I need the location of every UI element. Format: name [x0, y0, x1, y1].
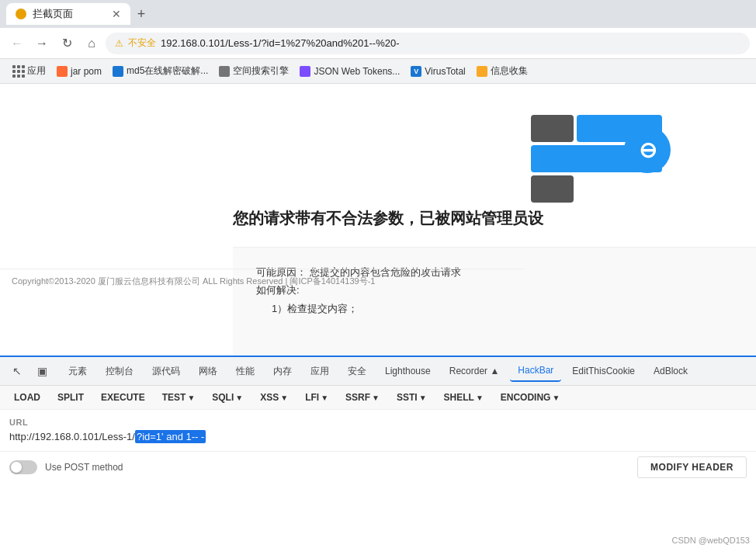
- devtools-tab-lighthouse[interactable]: Lighthouse: [377, 361, 439, 381]
- devtools-bar: ↖ ▣ 元素 控制台 源代码 网络 性能 内存 应用 安全 Lighthouse…: [0, 356, 756, 385]
- url-highlighted-part: ?id=1' and 1-- -: [135, 430, 206, 443]
- bookmark-space-search[interactable]: 空间搜索引擎: [214, 63, 293, 79]
- tab-title: 拦截页面: [33, 7, 73, 21]
- tab-favicon: [16, 9, 26, 19]
- devtools-tab-adblock[interactable]: AdBlock: [646, 361, 695, 381]
- chrome-title-bar: 拦截页面 ✕ +: [0, 0, 756, 28]
- home-button[interactable]: ⌂: [81, 33, 102, 54]
- address-bar[interactable]: ⚠ 不安全 192.168.0.101/Less-1/?id=1%27%20an…: [106, 33, 750, 54]
- post-method-toggle[interactable]: [9, 460, 37, 474]
- url-plain-part: http://192.168.0.101/Less-1/: [9, 431, 135, 442]
- error-message-box: 可能原因： 您提交的内容包含危险的攻击请求 如何解决: 1）检查提交内容；: [233, 247, 756, 356]
- bookmark-jar-pom[interactable]: jar pom: [52, 64, 106, 78]
- bookmark-label: md5在线解密破解...: [127, 64, 208, 78]
- watermark-text: CSDN @webQD153: [672, 536, 750, 545]
- forward-button[interactable]: →: [31, 33, 53, 54]
- bookmark-label: jar pom: [71, 66, 102, 77]
- apps-button[interactable]: 应用: [8, 63, 50, 79]
- tab-area: 拦截页面 ✕ +: [6, 3, 750, 25]
- active-tab[interactable]: 拦截页面 ✕: [6, 3, 130, 25]
- devtools-tab-editthiscookie[interactable]: EditThisCookie: [564, 361, 643, 381]
- hackbar-panel: LOAD SPLIT EXECUTE TEST▼ SQLI▼ XSS▼ LFI▼…: [0, 385, 756, 483]
- bookmark-favicon: [113, 66, 123, 77]
- hackbar-sqli-button[interactable]: SQLI▼: [204, 389, 251, 406]
- hackbar-ssrf-button[interactable]: SSRF▼: [338, 389, 387, 406]
- devtools-tab-sources[interactable]: 源代码: [144, 360, 188, 383]
- navigation-bar: ← → ↻ ⌂ ⚠ 不安全 192.168.0.101/Less-1/?id=1…: [0, 28, 756, 59]
- hackbar-load-button[interactable]: LOAD: [6, 389, 48, 406]
- lock-icon: ⚠: [115, 38, 123, 49]
- hackbar-execute-button[interactable]: EXECUTE: [93, 389, 153, 406]
- bookmark-label: VirusTotal: [425, 66, 465, 77]
- bookmark-favicon: [219, 66, 230, 77]
- bookmark-favicon: V: [411, 66, 421, 77]
- back-button[interactable]: ←: [6, 33, 28, 54]
- chevron-down-icon: ▼: [419, 394, 427, 402]
- hackbar-lfi-button[interactable]: LFI▼: [297, 389, 336, 406]
- bookmark-favicon: [477, 66, 487, 77]
- new-tab-button[interactable]: +: [130, 3, 152, 25]
- tab-close-button[interactable]: ✕: [112, 8, 121, 20]
- copyright-text: Copyright©2013-2020 厦门服云信息科技有限公司 ALL Rig…: [12, 276, 375, 286]
- hackbar-toolbar: LOAD SPLIT EXECUTE TEST▼ SQLI▼ XSS▼ LFI▼…: [0, 386, 756, 410]
- devtools-tab-recorder[interactable]: Recorder ▲: [442, 361, 508, 381]
- devtools-tab-elements[interactable]: 元素: [61, 360, 95, 383]
- bookmark-favicon: [57, 66, 68, 77]
- modify-header-button[interactable]: MODIFY HEADER: [637, 456, 747, 478]
- hackbar-encoding-button[interactable]: ENCODING▼: [493, 389, 568, 406]
- error-block-image: ⊖: [531, 115, 663, 192]
- bookmark-label: 空间搜索引擎: [233, 64, 289, 78]
- chevron-down-icon: ▼: [187, 394, 195, 402]
- toggle-knob: [11, 462, 22, 473]
- hackbar-ssti-button[interactable]: SSTI▼: [389, 389, 435, 406]
- bookmark-favicon: [300, 66, 310, 77]
- url-display: 192.168.0.101/Less-1/?id=1%27%20and%201-…: [161, 37, 400, 49]
- page-footer: Copyright©2013-2020 厦门服云信息科技有限公司 ALL Rig…: [0, 269, 523, 293]
- apps-grid-icon: [12, 65, 25, 78]
- bookmark-info[interactable]: 信息收集: [472, 63, 532, 79]
- devtools-cursor-icon[interactable]: ↖: [6, 360, 28, 382]
- hackbar-test-button[interactable]: TEST▼: [154, 389, 203, 406]
- insecure-label: 不安全: [128, 36, 156, 50]
- devtools-tab-performance[interactable]: 性能: [228, 360, 262, 383]
- hackbar-xss-button[interactable]: XSS▼: [252, 389, 296, 406]
- url-input-area[interactable]: http://192.168.0.101/Less-1/ ?id=1' and …: [9, 430, 747, 443]
- devtools-tab-hackbar[interactable]: HackBar: [510, 360, 561, 382]
- bookmark-md5[interactable]: md5在线解密破解...: [108, 63, 213, 79]
- refresh-button[interactable]: ↻: [56, 33, 78, 54]
- bookmark-label: 信息收集: [491, 64, 528, 78]
- block-no-icon: ⊖: [624, 127, 671, 173]
- page-content: ⊖ 您的请求带有不合法参数，已被网站管理员设 可能原因： 您提交的内容包含危险的…: [0, 84, 756, 356]
- chevron-down-icon: ▼: [476, 394, 484, 402]
- bookmarks-bar: 应用 jar pom md5在线解密破解... 空间搜索引擎 JSON Web …: [0, 59, 756, 84]
- watermark: CSDN @webQD153: [666, 532, 756, 548]
- chevron-down-icon: ▼: [280, 394, 288, 402]
- devtools-tab-security[interactable]: 安全: [340, 360, 374, 383]
- bookmark-virustotal[interactable]: V VirusTotal: [406, 64, 470, 78]
- solution-item1: 1）检查提交内容；: [256, 300, 733, 317]
- devtools-tab-network[interactable]: 网络: [191, 360, 225, 383]
- url-label: URL: [9, 418, 747, 427]
- chevron-down-icon: ▼: [321, 394, 328, 402]
- chevron-down-icon: ▼: [552, 394, 560, 402]
- hackbar-footer: Use POST method MODIFY HEADER: [0, 451, 756, 483]
- bookmark-label: JSON Web Tokens...: [314, 66, 400, 77]
- chevron-down-icon: ▼: [235, 394, 243, 402]
- devtools-tab-console[interactable]: 控制台: [98, 360, 141, 383]
- error-title: 您的请求带有不合法参数，已被网站管理员设: [233, 208, 756, 229]
- apps-label: 应用: [27, 64, 46, 78]
- toggle-label: Use POST method: [45, 462, 123, 473]
- bookmark-jwt[interactable]: JSON Web Tokens...: [295, 64, 404, 78]
- devtools-tab-application[interactable]: 应用: [303, 360, 337, 383]
- devtools-inspect-icon[interactable]: ▣: [31, 360, 53, 382]
- hackbar-shell-button[interactable]: SHELL▼: [436, 389, 491, 406]
- hackbar-content: URL http://192.168.0.101/Less-1/ ?id=1' …: [0, 410, 756, 451]
- toggle-area: Use POST method: [9, 460, 123, 474]
- chevron-down-icon: ▼: [372, 394, 380, 402]
- devtools-tab-memory[interactable]: 内存: [265, 360, 300, 383]
- hackbar-split-button[interactable]: SPLIT: [50, 389, 92, 406]
